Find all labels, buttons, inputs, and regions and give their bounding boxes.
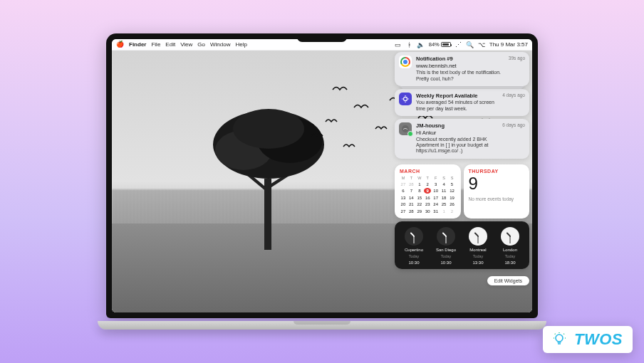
notification-time: 4 days ago [502,93,525,98]
calendar-day[interactable]: 22 [416,201,423,207]
calendar-day[interactable]: 5 [449,182,456,187]
screen-mirror-icon[interactable]: ▭ [395,41,402,48]
notification-center: Notification #9 www.bennish.net This is … [395,52,529,285]
clock-city-name: Cupertino [405,248,423,252]
calendar-day[interactable]: 21 [407,201,415,207]
notification-subtitle: www.bennish.net [416,63,504,69]
calendar-day[interactable]: 3 [432,182,440,187]
world-clock-city: CupertinoToday10:30 [399,227,429,265]
menubar-clock[interactable]: Thu 9 Mar 3:57 [489,41,528,48]
calendar-dow: S [440,176,447,180]
menubar-app-title[interactable]: Finder [129,41,146,48]
notification-chrome[interactable]: Notification #9 www.bennish.net This is … [395,52,529,86]
notification-title: Weekly Report Available [416,93,498,99]
date-weekday: THURSDAY [469,169,525,174]
date-widget[interactable]: THURSDAY 9 No more events today [464,164,530,219]
calendar-day[interactable]: 23 [424,201,431,207]
clock-face [469,227,487,246]
world-clock-widget[interactable]: CupertinoToday10:30San DiegoToday10:30Mo… [395,221,529,269]
notification-time: 6 days ago [502,122,525,127]
calendar-day[interactable]: 8 [416,188,423,194]
calendar-month-label: MARCH [400,169,456,174]
calendar-dow: S [449,176,456,180]
watermark-text: TWOS [574,330,623,349]
world-clock-city: MontrealToday13:30 [463,227,493,265]
calendar-day[interactable]: 1 [416,182,423,187]
menu-view[interactable]: View [180,41,192,48]
app-icon [399,122,412,135]
calendar-day[interactable]: 17 [432,195,440,201]
calendar-day[interactable]: 14 [407,195,415,201]
calendar-widget[interactable]: MARCH MTWTFSS 27281234567891011121314151… [395,164,461,219]
calendar-dow: T [407,176,415,180]
calendar-day[interactable]: 13 [400,195,407,201]
calendar-day[interactable]: 11 [440,188,447,194]
volume-icon[interactable]: 🔈 [417,41,425,48]
apple-menu-icon[interactable]: 🍎 [116,41,124,48]
screentime-icon [399,93,412,105]
notification-screentime[interactable]: Weekly Report Available You averaged 54 … [395,89,529,116]
notification-title: JM-housng [416,122,498,129]
clock-city-time: 18:30 [504,261,515,265]
calendar-day[interactable]: 7 [407,188,415,194]
chrome-icon [399,56,412,68]
edit-widgets-button[interactable]: Edit Widgets [487,276,529,285]
calendar-day[interactable]: 27 [400,209,407,214]
world-clock-city: San DiegoToday10:30 [431,227,461,265]
calendar-day[interactable]: 16 [424,195,431,201]
calendar-day[interactable]: 28 [407,182,415,187]
calendar-day[interactable]: 10 [432,188,440,194]
calendar-day[interactable]: 15 [416,195,423,201]
menu-file[interactable]: File [151,41,160,48]
calendar-day[interactable]: 4 [440,182,447,187]
menu-edit[interactable]: Edit [165,41,175,48]
calendar-day[interactable]: 26 [449,201,456,207]
clock-city-time: 10:30 [408,261,419,265]
search-icon[interactable]: 🔍 [467,41,474,48]
wifi-icon[interactable]: ⋰ [455,41,462,48]
notification-body: This is the text body of the notificatio… [416,70,504,75]
watermark-badge: TWOS [543,326,633,353]
screen-bezel: 🍎 Finder File Edit View Go Window Help ▭… [106,33,538,318]
notification-body: You averaged 54 minutes of screen time p… [416,100,498,112]
calendar-day[interactable]: 29 [416,209,423,214]
world-clock-city: LondonToday18:30 [495,227,525,265]
battery-status[interactable]: 84% [429,41,451,48]
clock-city-name: London [503,248,517,252]
calendar-day[interactable]: 24 [432,201,440,207]
calendar-day-today[interactable]: 9 [424,188,431,194]
calendar-day[interactable]: 6 [400,188,407,194]
clock-city-day: Today [505,254,516,258]
calendar-day[interactable]: 28 [407,209,415,214]
clock-city-day: Today [441,254,452,258]
calendar-day[interactable]: 1 [440,209,447,214]
calendar-day[interactable]: 19 [449,195,456,201]
clock-city-time: 10:30 [440,261,451,265]
menu-help[interactable]: Help [235,41,246,48]
calendar-dow: F [432,176,440,180]
notification-housing[interactable]: JM-housng Hi Ankur Checkout recently add… [395,119,529,159]
calendar-day[interactable]: 27 [400,182,407,187]
calendar-dow: T [424,176,431,180]
battery-percent-label: 84% [429,41,440,48]
control-center-icon[interactable]: ⌥ [478,41,485,48]
date-day-number: 9 [469,175,525,192]
calendar-day[interactable]: 30 [424,209,431,214]
calendar-day[interactable]: 2 [424,182,431,187]
menu-window[interactable]: Window [210,41,230,48]
menu-go[interactable]: Go [197,41,205,48]
calendar-day[interactable]: 20 [400,201,407,207]
svg-point-7 [556,335,563,342]
clock-city-day: Today [473,254,484,258]
bluetooth-icon[interactable]: ᚼ [406,41,413,48]
calendar-day[interactable]: 25 [440,201,447,207]
calendar-day[interactable]: 31 [432,209,440,214]
calendar-day[interactable]: 2 [449,209,456,214]
notification-body-2: Pretty cool, huh? [416,76,504,82]
status-dot [407,131,413,137]
date-events-status: No more events today [469,196,525,201]
clock-face [437,227,455,246]
calendar-day[interactable]: 12 [449,188,456,194]
calendar-day[interactable]: 18 [440,195,447,201]
clock-city-day: Today [409,254,420,258]
